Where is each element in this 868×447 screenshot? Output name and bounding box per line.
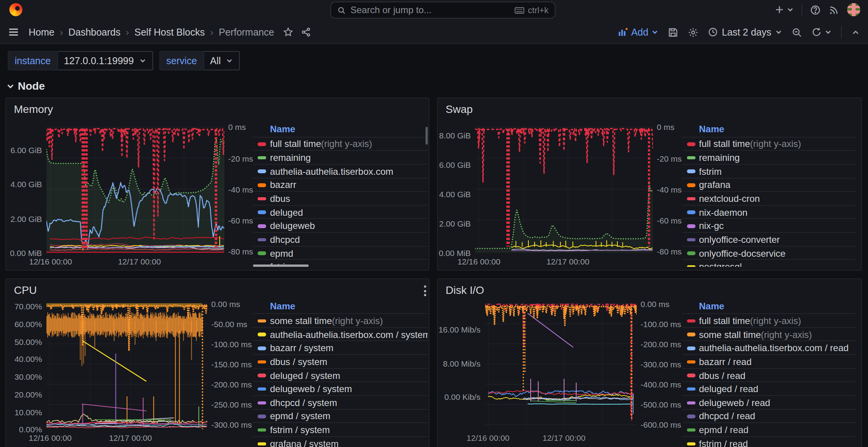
legend-row[interactable]: some stall time (right y-axis) (253, 313, 427, 328)
legend-header[interactable]: Name (699, 300, 724, 311)
legend-header[interactable]: Name (270, 300, 295, 311)
grafana-logo[interactable] (9, 3, 22, 16)
chart-canvas[interactable] (47, 303, 207, 429)
panel-memory: Memory6.00 GiB4.00 GiB2.00 GiB0.00 MiB0 … (5, 97, 429, 271)
legend-row[interactable]: some stall time (right y-axis) (682, 327, 856, 341)
legend-row[interactable]: onlyoffice-docservice (682, 246, 856, 260)
legend-row[interactable]: nextcloud-cron (682, 191, 856, 205)
legend-header[interactable]: Name (699, 124, 724, 135)
news-icon[interactable] (829, 4, 839, 15)
y-axis-label: 2.00 GiB (439, 219, 471, 228)
legend-series-label: onlyoffice-docservice (699, 248, 786, 259)
variable-instance-value[interactable]: 127.0.0.1:19999 (58, 51, 153, 70)
star-icon[interactable] (284, 27, 294, 37)
panel-title[interactable]: Memory (14, 102, 53, 115)
legend-row[interactable]: dbus / read (682, 368, 856, 382)
legend-row[interactable]: dbus (253, 191, 427, 205)
variable-service-label[interactable]: service (159, 51, 204, 70)
breadcrumb-dashboards[interactable]: Dashboards (68, 27, 121, 38)
legend-row[interactable]: remaining (682, 150, 856, 164)
legend-row[interactable]: delugeweb / read (682, 395, 856, 409)
legend-series-label: dhcpcd (270, 234, 300, 245)
legend-row[interactable]: nix-gc (682, 218, 856, 233)
legend-row[interactable]: bazarr / system (253, 341, 427, 355)
legend-vertical-scrollbar[interactable] (425, 127, 427, 145)
legend-row[interactable]: bazarr (253, 177, 427, 192)
menu-icon[interactable] (8, 26, 19, 38)
legend-row[interactable]: remaining (253, 150, 427, 164)
legend-series-color (687, 346, 695, 350)
legend-row[interactable]: deluged / read (682, 382, 856, 396)
legend-horizontal-scrollbar[interactable] (253, 264, 309, 267)
new-button[interactable] (774, 5, 794, 15)
zoom-out-icon[interactable] (791, 27, 802, 38)
legend: Namefull stall time (right y-axis)remain… (682, 123, 856, 267)
legend-row[interactable]: epmd (253, 246, 427, 260)
legend-row[interactable]: full stall time (right y-axis) (682, 136, 856, 151)
legend-row[interactable]: deluged (253, 205, 427, 219)
legend-row[interactable]: dbus / system (253, 354, 427, 369)
right-y-axis-label: -20 ms (228, 154, 253, 163)
legend-series-color (258, 319, 266, 323)
chart-canvas[interactable] (475, 127, 653, 253)
help-icon[interactable] (810, 4, 821, 15)
refresh-button[interactable] (812, 27, 832, 37)
settings-icon[interactable] (688, 27, 699, 38)
chart-canvas[interactable] (47, 127, 224, 253)
panel-title[interactable]: Disk I/O (446, 284, 484, 296)
right-y-axis-label: -80 ms (657, 247, 682, 256)
legend-header[interactable]: Name (270, 124, 295, 135)
legend-row[interactable]: dhcpcd / system (253, 395, 427, 409)
legend-series-label: bazarr / read (699, 357, 752, 367)
legend-row[interactable]: delugeweb / system (253, 382, 427, 396)
legend-row[interactable]: onlyoffice-converter (682, 232, 856, 246)
legend-row[interactable]: deluged / system (253, 368, 427, 382)
time-range-picker[interactable]: Last 2 days (708, 27, 782, 38)
legend-row[interactable]: fstrim (682, 164, 856, 178)
legend-row[interactable]: grafana (682, 177, 856, 192)
right-y-axis-label: -250.00 ms (211, 400, 252, 409)
save-icon[interactable] (668, 27, 678, 38)
x-axis-label: 12/17 00:00 (542, 257, 593, 266)
legend-row[interactable]: bazarr / read (682, 354, 856, 369)
y-axis-label: 4.00 GiB (439, 190, 471, 199)
legend-row[interactable]: authelia-authelia.tiserbox.com / system (253, 327, 427, 341)
breadcrumb-folder[interactable]: Self Host Blocks (135, 27, 205, 38)
legend-series-note: (right y-axis) (321, 139, 372, 150)
legend-row[interactable]: nix-daemon (682, 205, 856, 219)
panel-title[interactable]: Swap (446, 102, 473, 115)
legend-row[interactable]: delugeweb (253, 218, 427, 233)
legend-row[interactable]: authelia-authelia.tiserbox.com / read (682, 341, 856, 355)
share-icon[interactable] (301, 27, 311, 37)
panel-title[interactable]: CPU (14, 284, 37, 296)
legend-series-label: authelia-authelia.tiserbox.com (270, 166, 393, 177)
y-axis-label: 10.00% (14, 407, 42, 416)
legend-row[interactable]: epmd / read (682, 423, 856, 437)
breadcrumb-home[interactable]: Home (29, 27, 55, 38)
legend-row[interactable]: grafana / system (253, 436, 427, 447)
legend-series-color (687, 428, 695, 432)
legend-row[interactable]: authelia-authelia.tiserbox.com (253, 164, 427, 178)
search-icon (337, 6, 346, 14)
legend-row[interactable]: full stall time (right y-axis) (682, 313, 856, 328)
legend-row[interactable]: dhcpcd / read (682, 409, 856, 423)
panel-menu-icon[interactable] (424, 285, 426, 296)
legend-row[interactable]: epmd / system (253, 409, 427, 423)
legend-row[interactable]: fstrim / system (253, 423, 427, 437)
legend-series-color (258, 252, 266, 255)
legend-row[interactable]: dhcpcd (253, 232, 427, 246)
legend-series-label: grafana (699, 180, 730, 191)
variable-instance-label[interactable]: instance (8, 51, 58, 70)
chevron-up-icon[interactable] (851, 27, 860, 37)
section-node[interactable]: Node (6, 80, 45, 92)
legend-row[interactable]: full stall time (right y-axis) (253, 136, 427, 151)
search-input[interactable]: Search or jump to... ctrl+k (330, 2, 555, 19)
add-button[interactable]: Add (617, 27, 659, 38)
user-avatar[interactable] (847, 3, 860, 16)
legend-row[interactable]: fstrim / read (682, 436, 856, 447)
legend-row[interactable]: postgresql (682, 259, 856, 267)
variable-service-value[interactable]: All (204, 51, 240, 70)
divider (841, 26, 842, 38)
chart-canvas[interactable] (485, 303, 637, 429)
legend-series-color (258, 387, 266, 391)
